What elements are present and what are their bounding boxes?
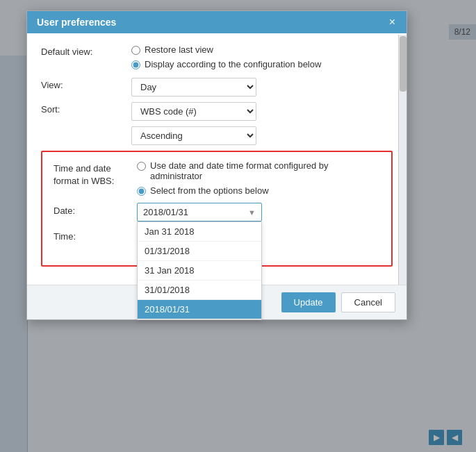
modal-scrollbar-thumb: [400, 36, 407, 92]
restore-last-view-label: Restore last view: [145, 44, 213, 55]
select-format-input[interactable]: [137, 187, 146, 196]
restore-last-view-radio[interactable]: Restore last view: [131, 44, 393, 55]
view-select[interactable]: Day Week Month: [131, 78, 256, 97]
admin-format-label: Use date and date time format configured…: [150, 160, 380, 181]
date-selected-value: 2018/01/31: [143, 207, 188, 217]
sort-order-select[interactable]: Ascending Descending: [131, 126, 256, 145]
date-option-01-31-2018[interactable]: 01/31/2018: [138, 242, 261, 261]
time-date-format-row: Time and date format in WBS: Use date an…: [54, 160, 380, 196]
time-label: Time:: [54, 228, 137, 243]
display-config-radio[interactable]: Display according to the configuration b…: [131, 59, 393, 69]
date-label: Date:: [54, 203, 137, 217]
admin-format-radio[interactable]: Use date and date time format configured…: [137, 160, 380, 181]
date-format-controls: 2018/01/31 ▼ Jan 31 2018 01/31/2018 31 J…: [137, 203, 380, 221]
date-option-jan-31-2018[interactable]: Jan 31 2018: [138, 222, 261, 242]
modal-title: User preferences: [37, 17, 116, 28]
default-view-controls: Restore last view Display according to t…: [131, 44, 393, 69]
time-date-format-label: Time and date format in WBS:: [54, 160, 137, 187]
cancel-button[interactable]: Cancel: [341, 292, 395, 312]
date-option-2018-01-31[interactable]: 2018/01/31: [138, 300, 261, 319]
time-date-format-controls: Use date and date time format configured…: [137, 160, 380, 196]
sort-select-row: Sort: WBS code (#) Name ID Ascending Des…: [41, 102, 393, 145]
date-dropdown-list: Jan 31 2018 01/31/2018 31 Jan 2018 31/01…: [137, 221, 262, 320]
display-config-label: Display according to the configuration b…: [145, 59, 321, 69]
restore-last-view-input[interactable]: [131, 46, 140, 55]
select-format-label: Select from the options below: [150, 185, 269, 196]
date-dropdown-arrow: ▼: [248, 208, 256, 217]
date-option-31-jan-2018[interactable]: 31 Jan 2018: [138, 261, 261, 281]
date-select-display[interactable]: 2018/01/31 ▼: [137, 203, 262, 221]
view-label: View:: [41, 78, 131, 90]
date-select-wrapper: 2018/01/31 ▼ Jan 31 2018 01/31/2018 31 J…: [137, 203, 262, 221]
select-format-radio[interactable]: Select from the options below: [137, 185, 380, 196]
time-date-format-radio-group: Use date and date time format configured…: [137, 160, 380, 196]
default-view-label: Default view:: [41, 44, 131, 57]
default-view-radio-group: Restore last view Display according to t…: [131, 44, 393, 69]
view-select-row: View: Day Week Month: [41, 78, 393, 97]
display-config-input[interactable]: [131, 60, 140, 69]
time-date-format-section: Time and date format in WBS: Use date an…: [41, 151, 393, 267]
date-option-31-01-2018[interactable]: 31/01/2018: [138, 281, 261, 300]
sort-label: Sort:: [41, 102, 131, 115]
sort-controls: WBS code (#) Name ID Ascending Descendin…: [131, 102, 393, 145]
default-view-row: Default view: Restore last view Display …: [41, 44, 393, 69]
date-format-row: Date: 2018/01/31 ▼ Jan 31 2018 01/31/201…: [54, 203, 380, 221]
view-select-controls: Day Week Month: [131, 78, 393, 97]
modal-scrollbar[interactable]: [398, 35, 407, 285]
modal-close-button[interactable]: ×: [388, 17, 397, 28]
update-button[interactable]: Update: [281, 292, 336, 312]
modal-body: Default view: Restore last view Display …: [27, 33, 407, 285]
modal-header: User preferences ×: [27, 11, 407, 33]
sort-field-select[interactable]: WBS code (#) Name ID: [131, 102, 256, 121]
admin-format-input[interactable]: [137, 162, 146, 171]
user-preferences-dialog: User preferences × Default view: Restore…: [26, 10, 407, 320]
